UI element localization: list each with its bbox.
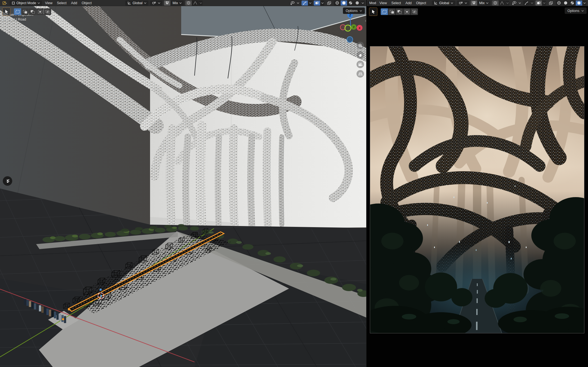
- visibility-chevron[interactable]: [296, 1, 300, 6]
- snap-with-dropdown[interactable]: Mix: [477, 1, 490, 6]
- select-mode-segment: [381, 8, 418, 15]
- zoom-button[interactable]: [357, 42, 364, 49]
- select-mode-invert[interactable]: [36, 8, 44, 15]
- select-subtract-icon: [397, 10, 402, 14]
- menu-view[interactable]: View: [378, 1, 388, 5]
- select-extend-icon: [390, 10, 394, 14]
- proportional-editing-toggle[interactable]: [492, 1, 499, 6]
- menu-add[interactable]: Add: [70, 1, 79, 5]
- falloff-chevron[interactable]: [199, 1, 203, 6]
- mode-label: Object Mode: [16, 1, 36, 5]
- menu-object[interactable]: Object: [415, 1, 427, 5]
- overlays-group: [535, 1, 546, 6]
- select-mode-intersect[interactable]: [44, 8, 51, 15]
- shading-rendered-button[interactable]: [354, 1, 360, 6]
- viewport-left: Object Mode View Select Add Object Globa…: [0, 0, 367, 367]
- gizmo-chevron[interactable]: [308, 1, 312, 6]
- snap-with-dropdown[interactable]: Mix: [171, 1, 184, 6]
- visibility-group: [289, 1, 300, 6]
- select-mode-set[interactable]: [14, 8, 21, 15]
- shading-material-button[interactable]: [347, 1, 354, 6]
- active-tool-select-box[interactable]: [2, 8, 11, 16]
- tool-options-dropdown[interactable]: Options: [565, 8, 587, 14]
- orthographic-grid-button[interactable]: [357, 70, 364, 78]
- show-object-types-dropdown[interactable]: [289, 1, 296, 6]
- shading-rendered-button[interactable]: [576, 1, 582, 6]
- select-subtract-icon: [30, 10, 35, 14]
- overlays-chevron[interactable]: [542, 1, 546, 6]
- menu-select[interactable]: Select: [56, 1, 68, 5]
- shading-popover-chevron[interactable]: [582, 1, 586, 6]
- toggle-xray-button[interactable]: [548, 1, 554, 6]
- pivot-point-dropdown[interactable]: [150, 1, 162, 6]
- viewport-left-header: Object Mode View Select Add Object Globa…: [0, 0, 366, 6]
- options-label: Options: [567, 9, 579, 13]
- render-preview-frame: [370, 46, 584, 333]
- transform-orientation-icon: [434, 1, 438, 5]
- proportional-editing-toggle[interactable]: [185, 1, 192, 6]
- toggle-xray-button[interactable]: [326, 1, 332, 6]
- orientation-label: Global: [133, 1, 143, 5]
- toolbar-tab-button[interactable]: [3, 176, 12, 186]
- menu-view[interactable]: View: [44, 1, 54, 5]
- svg-text:Y: Y: [353, 26, 355, 29]
- select-mode-subtract[interactable]: [396, 8, 403, 15]
- orientation-label: Global: [439, 1, 449, 5]
- viewport-overlays-icon: [315, 1, 319, 5]
- snap-group: Mix: [471, 1, 490, 6]
- wireframe-sphere-icon: [335, 1, 339, 5]
- shading-wireframe-button[interactable]: [556, 1, 562, 6]
- shading-wireframe-button[interactable]: [334, 1, 340, 6]
- viewport-gizmos-icon: [525, 1, 529, 5]
- camera-view-button[interactable]: [357, 61, 364, 68]
- show-object-types-dropdown[interactable]: [511, 1, 517, 6]
- viewport-left-body[interactable]: Options User Perspective (1) Light | Roa…: [0, 6, 366, 367]
- overlays-chevron[interactable]: [320, 1, 324, 6]
- falloff-dropdown[interactable]: [499, 1, 505, 6]
- mode-dropdown-clipped[interactable]: Mode: [367, 1, 376, 6]
- visibility-group: [511, 1, 522, 6]
- menu-add[interactable]: Add: [404, 1, 413, 5]
- show-object-types-icon: [512, 1, 517, 5]
- pan-button[interactable]: [357, 51, 364, 59]
- transform-orientation-dropdown[interactable]: Global: [432, 1, 455, 6]
- pivot-point-dropdown[interactable]: [457, 1, 469, 6]
- rendered-sphere-icon: [577, 1, 581, 5]
- show-overlays-toggle[interactable]: [314, 1, 320, 6]
- active-tool-select-box[interactable]: [369, 8, 377, 16]
- editor-type-button[interactable]: [2, 1, 8, 6]
- sidebar-collapse-arrow[interactable]: ‹: [365, 18, 366, 23]
- shading-solid-button[interactable]: [341, 1, 347, 6]
- shading-material-button[interactable]: [569, 1, 575, 6]
- show-gizmo-toggle[interactable]: [302, 1, 308, 6]
- select-mode-extend[interactable]: [21, 8, 29, 15]
- visibility-chevron[interactable]: [518, 1, 522, 6]
- shading-solid-button[interactable]: [562, 1, 569, 6]
- menu-select[interactable]: Select: [390, 1, 402, 5]
- select-mode-subtract[interactable]: [29, 8, 36, 15]
- gizmo-chevron[interactable]: [530, 1, 534, 6]
- pivot-point-icon: [459, 1, 463, 5]
- falloff-chevron[interactable]: [505, 1, 509, 6]
- menu-object[interactable]: Object: [80, 1, 93, 5]
- select-mode-set[interactable]: [381, 8, 388, 15]
- snap-toggle-button[interactable]: [164, 1, 170, 6]
- transform-orientation-dropdown[interactable]: Global: [125, 1, 148, 6]
- viewport-right: Mode View Select Add Object Global: [367, 0, 588, 367]
- mode-dropdown[interactable]: Object Mode: [10, 1, 42, 6]
- select-mode-extend[interactable]: [388, 8, 395, 15]
- snap-toggle-button[interactable]: [471, 1, 477, 6]
- select-extend-icon: [23, 10, 28, 14]
- tool-options-dropdown[interactable]: Options: [343, 8, 365, 14]
- viewport-right-body[interactable]: Options: [367, 6, 588, 367]
- show-overlays-toggle[interactable]: [535, 1, 542, 6]
- navigation-gizmo[interactable]: Z X Y: [338, 11, 363, 44]
- select-mode-invert[interactable]: [403, 8, 410, 15]
- shading-popover-chevron[interactable]: [361, 1, 365, 6]
- show-gizmo-toggle[interactable]: [523, 1, 530, 6]
- chevron-down-icon: [38, 2, 40, 4]
- select-mode-intersect[interactable]: [411, 8, 418, 15]
- snap-label: Mix: [173, 1, 178, 5]
- falloff-dropdown[interactable]: [192, 1, 198, 6]
- proportional-editing-icon: [494, 1, 497, 5]
